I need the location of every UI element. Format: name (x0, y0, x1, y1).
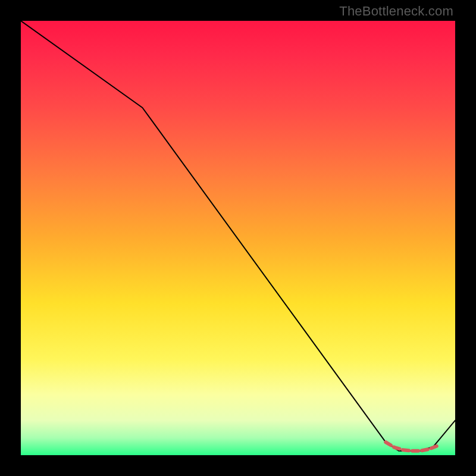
watermark-text: TheBottleneck.com (339, 4, 453, 19)
chart-stage: TheBottleneck.com (0, 0, 476, 476)
plot-area (21, 21, 455, 455)
chart-svg (21, 21, 455, 455)
gradient-background (21, 21, 455, 455)
